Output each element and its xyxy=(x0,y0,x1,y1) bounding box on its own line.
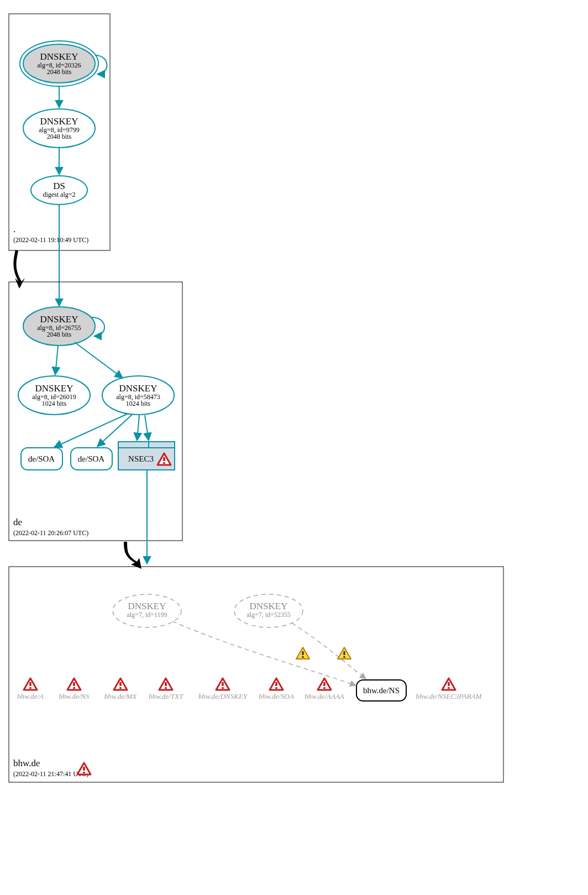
error-triangle-icon xyxy=(216,678,229,690)
node-bhw-key-a: DNSKEY alg=7, id=1199 xyxy=(113,594,181,627)
svg-text:DNSKEY: DNSKEY xyxy=(119,383,158,394)
zone-de: de (2022-02-11 20:26:07 UTC) DNSKEY alg=… xyxy=(9,282,182,569)
svg-text:alg=7, id=52355: alg=7, id=52355 xyxy=(246,611,291,619)
svg-text:bhw.de/MX: bhw.de/MX xyxy=(104,692,138,700)
svg-text:bhw.de/NS: bhw.de/NS xyxy=(363,686,400,695)
node-root-zsk: DNSKEY alg=8, id=9799 2048 bits xyxy=(23,109,95,148)
zone-bhw-label: bhw.de xyxy=(13,758,40,768)
node-root-ksk: DNSKEY alg=8, id=20326 2048 bits xyxy=(20,41,107,86)
warning-triangle-icon xyxy=(296,647,309,659)
error-triangle-icon xyxy=(24,678,37,690)
svg-text:de/SOA: de/SOA xyxy=(78,454,105,463)
svg-text:bhw.de/SOA: bhw.de/SOA xyxy=(259,692,294,700)
svg-text:bhw.de/NS: bhw.de/NS xyxy=(59,692,90,700)
error-triangle-icon xyxy=(114,678,127,690)
error-triangle-icon xyxy=(77,763,91,774)
svg-text:DNSKEY: DNSKEY xyxy=(40,314,78,324)
svg-text:2048 bits: 2048 bits xyxy=(47,68,72,76)
svg-text:DNSKEY: DNSKEY xyxy=(35,383,74,394)
svg-text:bhw.de/TXT: bhw.de/TXT xyxy=(149,692,183,700)
svg-text:DS: DS xyxy=(53,181,65,191)
zone-de-ts: (2022-02-11 20:26:07 UTC) xyxy=(13,529,88,537)
error-triangle-icon xyxy=(67,678,81,690)
svg-text:alg=7, id=1199: alg=7, id=1199 xyxy=(127,611,167,619)
svg-text:DNSKEY: DNSKEY xyxy=(128,601,166,611)
node-de-nsec3: NSEC3 xyxy=(118,442,175,470)
node-root-ds: DS digest alg=2 xyxy=(31,176,87,205)
svg-text:de/SOA: de/SOA xyxy=(28,454,55,463)
svg-text:1024 bits: 1024 bits xyxy=(126,400,151,407)
rr-missing-row: bhw.de/A bhw.de/NS bhw.de/MX bhw.de/TXT … xyxy=(17,678,482,700)
svg-text:DNSKEY: DNSKEY xyxy=(40,116,78,127)
zone-de-label: de xyxy=(13,517,22,527)
error-triangle-icon xyxy=(318,678,331,690)
zone-root: . (2022-02-11 19:10:49 UTC) DNSKEY alg=8… xyxy=(9,14,110,306)
node-de-soa-b: de/SOA xyxy=(71,448,112,470)
error-triangle-icon xyxy=(159,678,172,690)
svg-text:DNSKEY: DNSKEY xyxy=(40,51,78,62)
zone-root-ts: (2022-02-11 19:10:49 UTC) xyxy=(13,236,88,244)
node-de-zsk-a: DNSKEY alg=8, id=26019 1024 bits xyxy=(18,376,90,415)
error-triangle-icon xyxy=(270,678,283,690)
svg-text:bhw.de/A: bhw.de/A xyxy=(17,692,44,700)
zone-bhw: bhw.de (2022-02-11 21:47:41 UTC) DNSKEY … xyxy=(9,567,503,782)
svg-text:2048 bits: 2048 bits xyxy=(47,133,72,140)
svg-text:NSEC3: NSEC3 xyxy=(128,454,154,463)
svg-text:1024 bits: 1024 bits xyxy=(42,400,67,407)
svg-text:DNSKEY: DNSKEY xyxy=(250,601,288,611)
svg-rect-38 xyxy=(9,567,503,782)
node-de-zsk-b: DNSKEY alg=8, id=58473 1024 bits xyxy=(102,376,174,415)
svg-text:bhw.de/NSEC3PARAM: bhw.de/NSEC3PARAM xyxy=(416,692,482,700)
node-bhw-ns: bhw.de/NS xyxy=(356,680,406,701)
node-bhw-key-b: DNSKEY alg=7, id=52355 xyxy=(234,594,303,627)
svg-text:digest alg=2: digest alg=2 xyxy=(43,191,75,198)
svg-text:2048 bits: 2048 bits xyxy=(47,331,72,338)
warning-triangle-icon xyxy=(338,647,351,659)
node-de-ksk: DNSKEY alg=8, id=26755 2048 bits xyxy=(23,307,104,346)
error-triangle-icon xyxy=(442,678,455,690)
svg-text:bhw.de/AAAA: bhw.de/AAAA xyxy=(305,692,344,700)
node-de-soa-a: de/SOA xyxy=(21,448,62,470)
delegation-arrow-root-de xyxy=(13,250,25,289)
delegation-arrow-de-bhw xyxy=(124,542,141,569)
svg-text:bhw.de/DNSKEY: bhw.de/DNSKEY xyxy=(198,692,248,700)
zone-root-label: . xyxy=(13,224,15,234)
